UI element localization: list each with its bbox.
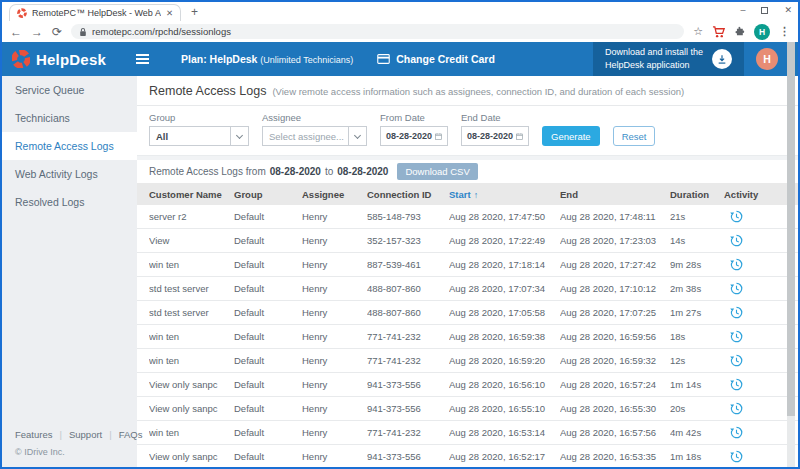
- download-app-banner[interactable]: Download and install the HelpDesk applic…: [593, 42, 744, 76]
- bookmark-star-icon[interactable]: ☆: [693, 25, 703, 38]
- col-duration[interactable]: Duration: [670, 189, 724, 200]
- browser-tab[interactable]: RemotePC™ HelpDesk - Web Act ✕: [9, 4, 181, 21]
- session-history-icon[interactable]: [730, 210, 743, 223]
- start-cell: Aug 28 2020, 16:59:38: [449, 331, 560, 342]
- calendar-icon[interactable]: [435, 132, 442, 141]
- group-cell: Default: [234, 235, 302, 246]
- tab-close-icon[interactable]: ✕: [166, 8, 173, 18]
- session-history-icon[interactable]: [730, 450, 743, 463]
- group-label: Group: [149, 112, 249, 123]
- customer-name-cell: View only sanpc: [149, 451, 234, 462]
- session-history-icon[interactable]: [730, 258, 743, 271]
- connection-id-cell: 941-373-556: [367, 379, 449, 390]
- session-history-icon[interactable]: [730, 282, 743, 295]
- account-avatar[interactable]: H: [756, 48, 778, 70]
- activity-cell: [724, 402, 777, 415]
- col-customer-name[interactable]: Customer Name: [149, 189, 234, 200]
- refresh-button[interactable]: ⟳: [52, 26, 62, 38]
- scrollbar-thumb[interactable]: [787, 42, 795, 416]
- cart-extension-icon[interactable]: [712, 26, 725, 38]
- back-button[interactable]: ←: [10, 26, 22, 38]
- close-window-button[interactable]: ✕: [784, 5, 792, 15]
- faqs-link[interactable]: FAQs: [119, 429, 143, 440]
- app-header: HelpDesk Plan: HelpDesk (Unlimited Techn…: [2, 42, 798, 76]
- assignee-cell: Henry: [302, 331, 367, 342]
- assignee-cell: Henry: [302, 259, 367, 270]
- duration-cell: 1m 18s: [670, 451, 724, 462]
- maximize-button[interactable]: [761, 7, 768, 14]
- reset-button[interactable]: Reset: [613, 126, 656, 146]
- end-date-input[interactable]: 08-28-2020: [461, 126, 529, 146]
- helpdesk-logo[interactable]: HelpDesk: [12, 50, 106, 68]
- main-content: Remote Access Logs (View remote access i…: [137, 76, 798, 467]
- assignee-cell: Henry: [302, 355, 367, 366]
- assignee-label: Assignee: [262, 112, 367, 123]
- session-history-icon[interactable]: [730, 234, 743, 247]
- start-cell: Aug 28 2020, 16:59:20: [449, 355, 560, 366]
- col-activity[interactable]: Activity: [724, 189, 777, 200]
- forward-button[interactable]: →: [31, 26, 43, 38]
- connection-id-cell: 488-807-860: [367, 283, 449, 294]
- url-bar[interactable]: remotepc.com/rpchd/sessionlogs: [71, 24, 684, 39]
- duration-cell: 1m 27s: [670, 307, 724, 318]
- session-history-icon[interactable]: [730, 426, 743, 439]
- col-assignee[interactable]: Assignee: [302, 189, 367, 200]
- from-date-value: 08-28-2020: [386, 131, 432, 141]
- browser-profile-avatar[interactable]: H: [754, 24, 770, 40]
- end-date-value: 08-28-2020: [467, 131, 513, 141]
- browser-menu-icon[interactable]: ⋮: [779, 25, 790, 38]
- session-history-icon[interactable]: [730, 330, 743, 343]
- chevron-down-icon: [230, 127, 248, 145]
- col-end[interactable]: End: [560, 189, 670, 200]
- duration-cell: 2m 38s: [670, 283, 724, 294]
- hamburger-menu-icon[interactable]: [136, 52, 149, 66]
- summary-prefix: Remote Access Logs from: [149, 166, 266, 177]
- download-button[interactable]: [712, 49, 732, 69]
- extensions-puzzle-icon[interactable]: [734, 26, 745, 37]
- log-table-body: server r2 Default Henry 585-148-793 Aug …: [137, 205, 798, 467]
- chevron-down-icon: [348, 127, 366, 145]
- generate-button[interactable]: Generate: [542, 126, 600, 146]
- sidebar-item-resolved-logs[interactable]: Resolved Logs: [2, 188, 137, 216]
- assignee-select[interactable]: Select assignee...: [262, 126, 367, 146]
- col-connection-id[interactable]: Connection ID: [367, 189, 449, 200]
- calendar-icon[interactable]: [516, 132, 523, 141]
- change-credit-card-link[interactable]: Change Credit Card: [377, 53, 495, 65]
- download-csv-button[interactable]: Download CSV: [397, 163, 477, 180]
- tab-title: RemotePC™ HelpDesk - Web Act: [32, 8, 161, 18]
- session-history-icon[interactable]: [730, 354, 743, 367]
- page-title-row: Remote Access Logs (View remote access i…: [137, 76, 798, 106]
- page-subtitle: (View remote access information such as …: [272, 86, 684, 97]
- minimize-button[interactable]: –: [740, 5, 745, 15]
- sidebar-item-remote-access-logs[interactable]: Remote Access Logs: [2, 132, 137, 160]
- connection-id-cell: 771-741-232: [367, 427, 449, 438]
- page-scrollbar[interactable]: [787, 42, 795, 467]
- lock-icon: [79, 27, 87, 37]
- group-cell: Default: [234, 259, 302, 270]
- sidebar-item-technicians[interactable]: Technicians: [2, 104, 137, 132]
- end-cell: Aug 28 2020, 17:27:42: [560, 259, 670, 270]
- url-text: remotepc.com/rpchd/sessionlogs: [92, 26, 231, 37]
- table-header: Customer Name Group Assignee Connection …: [137, 183, 798, 205]
- table-row: std test server Default Henry 488-807-86…: [137, 277, 798, 301]
- connection-id-cell: 887-539-461: [367, 259, 449, 270]
- assignee-cell: Henry: [302, 283, 367, 294]
- end-cell: Aug 28 2020, 16:53:35: [560, 451, 670, 462]
- assignee-cell: Henry: [302, 379, 367, 390]
- table-row: server r2 Default Henry 585-148-793 Aug …: [137, 205, 798, 229]
- session-history-icon[interactable]: [730, 378, 743, 391]
- table-row: View only sanpc Default Henry 941-373-55…: [137, 397, 798, 421]
- end-cell: Aug 28 2020, 16:59:56: [560, 331, 670, 342]
- sidebar-item-service-queue[interactable]: Service Queue: [2, 76, 137, 104]
- session-history-icon[interactable]: [730, 402, 743, 415]
- group-select[interactable]: All: [149, 126, 249, 146]
- session-history-icon[interactable]: [730, 306, 743, 319]
- from-date-input[interactable]: 08-28-2020: [380, 126, 448, 146]
- col-start-sorted[interactable]: Start↑: [449, 189, 560, 200]
- sidebar-item-web-activity-logs[interactable]: Web Activity Logs: [2, 160, 137, 188]
- new-tab-button[interactable]: +: [191, 5, 198, 19]
- support-link[interactable]: Support: [69, 429, 102, 440]
- end-cell: Aug 28 2020, 17:07:25: [560, 307, 670, 318]
- features-link[interactable]: Features: [15, 429, 53, 440]
- col-group[interactable]: Group: [234, 189, 302, 200]
